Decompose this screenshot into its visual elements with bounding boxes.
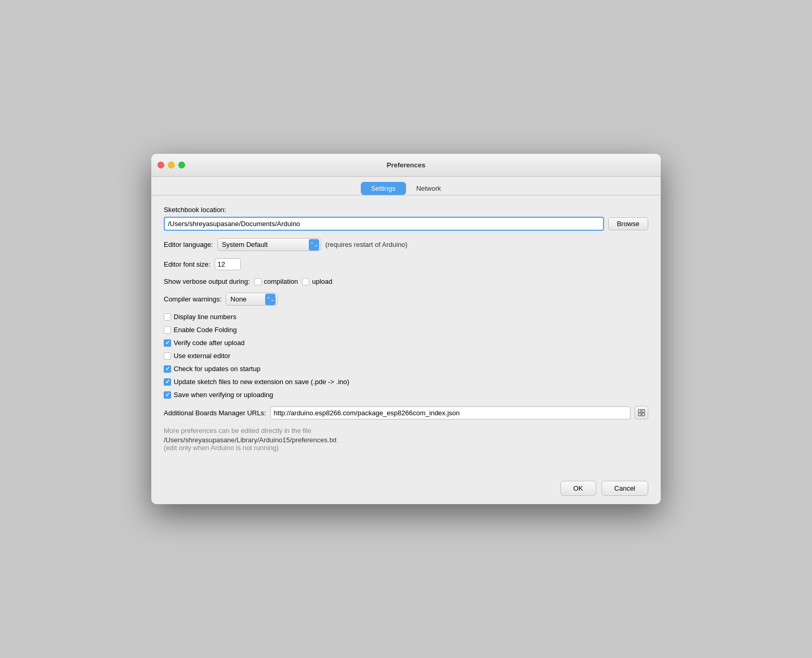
tabs-wrapper: Settings Network (361, 182, 452, 195)
additional-boards-label: Additional Boards Manager URLs: (164, 409, 266, 417)
svg-rect-2 (638, 413, 641, 416)
enable-code-folding-checkbox[interactable] (164, 326, 171, 334)
tab-network[interactable]: Network (406, 182, 452, 195)
minimize-button[interactable] (168, 162, 175, 168)
editor-font-size-field: Editor font size: (164, 258, 648, 270)
sketchbook-field: Sketchbook location: Browse (164, 206, 648, 231)
content-area: Sketchbook location: Browse Editor langu… (151, 195, 661, 472)
sketchbook-label: Sketchbook location: (164, 206, 226, 214)
maximize-button[interactable] (178, 162, 185, 168)
traffic-lights (158, 162, 185, 168)
enable-code-folding-label[interactable]: Enable Code Folding (164, 326, 648, 334)
info-section: More preferences can be edited directly … (164, 426, 648, 452)
compilation-checkbox[interactable] (254, 278, 261, 285)
language-select-wrapper: System Default ⌃⌄ (217, 238, 321, 251)
preferences-window: Preferences Settings Network Sketchbook … (151, 154, 661, 504)
use-external-editor-text: Use external editor (174, 352, 230, 360)
upload-checkbox[interactable] (302, 278, 309, 285)
verify-code-after-upload-label[interactable]: Verify code after upload (164, 339, 648, 347)
sketchbook-input[interactable] (164, 217, 604, 231)
close-button[interactable] (158, 162, 164, 168)
tab-bar: Settings Network (151, 177, 661, 195)
display-line-numbers-text: Display line numbers (174, 313, 237, 321)
save-when-verifying-checkbox[interactable] (164, 391, 171, 399)
verbose-output-label: Show verbose output during: (164, 278, 250, 285)
ok-button[interactable]: OK (560, 481, 596, 496)
svg-rect-1 (642, 410, 645, 412)
editor-language-field: Editor language: System Default ⌃⌄ (requ… (164, 238, 648, 251)
boards-icon-button[interactable] (635, 406, 648, 419)
additional-boards-row: Additional Boards Manager URLs: (164, 406, 648, 419)
svg-rect-0 (638, 410, 641, 412)
titlebar: Preferences (151, 154, 661, 177)
tab-settings[interactable]: Settings (361, 182, 406, 195)
svg-rect-3 (642, 413, 645, 416)
editor-font-size-label: Editor font size: (164, 260, 211, 268)
verify-code-after-upload-checkbox[interactable] (164, 339, 171, 347)
sketchbook-input-row: Browse (164, 217, 648, 231)
verify-code-after-upload-text: Verify code after upload (174, 339, 245, 347)
additional-boards-input[interactable] (270, 406, 631, 419)
info-line1: More preferences can be edited directly … (164, 426, 648, 436)
editor-language-label: Editor language: (164, 241, 213, 248)
footer: OK Cancel (151, 472, 661, 504)
font-size-input[interactable] (215, 258, 241, 270)
checkboxes-section: Display line numbers Enable Code Folding… (164, 313, 648, 399)
info-path: /Users/shreyasupasane/Library/Arduino15/… (164, 436, 648, 444)
upload-label: upload (312, 278, 332, 285)
update-sketch-files-text: Update sketch files to new extension on … (174, 378, 349, 386)
check-for-updates-text: Check for updates on startup (174, 365, 260, 373)
display-line-numbers-checkbox[interactable] (164, 313, 171, 321)
compiler-warnings-label: Compiler warnings: (164, 295, 221, 303)
browse-button[interactable]: Browse (608, 217, 648, 230)
save-when-verifying-label[interactable]: Save when verifying or uploading (164, 391, 648, 399)
update-sketch-files-label[interactable]: Update sketch files to new extension on … (164, 378, 648, 386)
cancel-button[interactable]: Cancel (601, 481, 648, 496)
enable-code-folding-text: Enable Code Folding (174, 326, 237, 334)
compiler-warnings-select[interactable]: None (226, 293, 278, 306)
check-for-updates-label[interactable]: Check for updates on startup (164, 365, 648, 373)
language-select[interactable]: System Default (217, 238, 321, 251)
info-note: (edit only when Arduino is not running) (164, 444, 648, 452)
compiler-select-wrapper: None ⌃⌄ (226, 293, 278, 306)
use-external-editor-label[interactable]: Use external editor (164, 352, 648, 360)
update-sketch-files-checkbox[interactable] (164, 378, 171, 386)
upload-checkbox-label[interactable]: upload (302, 278, 332, 285)
use-external-editor-checkbox[interactable] (164, 352, 171, 360)
window-title: Preferences (387, 161, 425, 169)
display-line-numbers-label[interactable]: Display line numbers (164, 313, 648, 321)
check-for-updates-checkbox[interactable] (164, 365, 171, 373)
compilation-checkbox-label[interactable]: compilation (254, 278, 298, 285)
restart-note: (requires restart of Arduino) (325, 241, 408, 248)
verbose-output-field: Show verbose output during: compilation … (164, 278, 648, 285)
compilation-label: compilation (264, 278, 298, 285)
compiler-warnings-field: Compiler warnings: None ⌃⌄ (164, 293, 648, 306)
save-when-verifying-text: Save when verifying or uploading (174, 391, 273, 399)
